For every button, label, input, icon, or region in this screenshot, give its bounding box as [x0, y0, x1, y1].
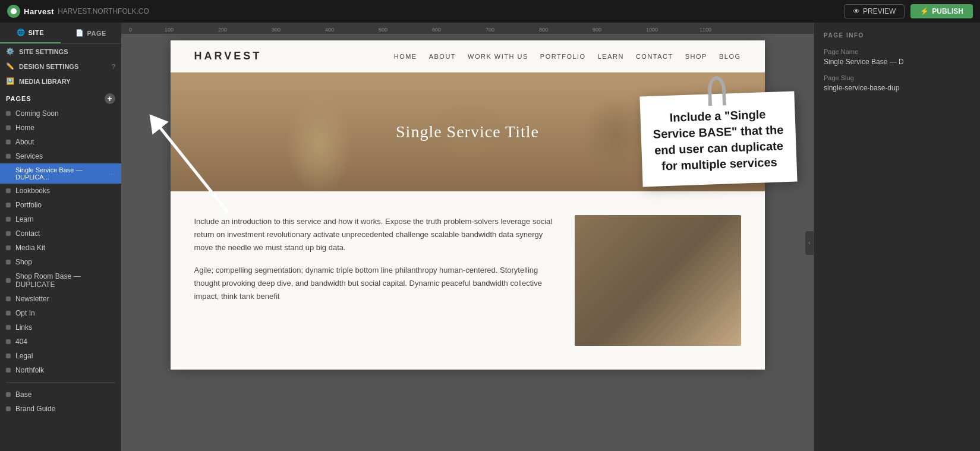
page-dot: [6, 339, 11, 344]
page-item-newsletter[interactable]: Newsletter: [0, 292, 121, 306]
main-layout: 🌐 SITE 📄 PAGE ⚙️ SITE SETTINGS ✏️ DESIGN…: [0, 23, 980, 451]
ruler-mark: 100: [163, 27, 216, 33]
ruler: 0 100 200 300 400 500 600 700 800 900 10…: [121, 23, 814, 34]
sidebar-tabs: 🌐 SITE 📄 PAGE: [0, 23, 121, 44]
topbar: Harvest HARVEST.NORTHFOLK.CO 👁 PREVIEW ⚡…: [0, 0, 980, 23]
page-dot: [6, 392, 11, 397]
pencil-icon: ✏️: [6, 62, 14, 70]
ruler-mark: 300: [270, 27, 323, 33]
page-dot: [6, 311, 11, 316]
tab-page[interactable]: 📄 PAGE: [61, 23, 121, 43]
more-options-icon[interactable]: ···: [108, 169, 115, 178]
nav-learn[interactable]: LEARN: [598, 53, 624, 60]
ruler-mark: 500: [377, 27, 430, 33]
site-logo: HARVEST: [194, 50, 262, 62]
page-dot: [6, 188, 11, 193]
page-dot: [6, 203, 11, 207]
ruler-mark: 900: [591, 27, 644, 33]
panel-value-page-name: Single Service Base — D: [824, 58, 970, 66]
image-icon: 🖼️: [6, 77, 14, 85]
page-dot: [6, 171, 11, 176]
page-dot: [6, 297, 11, 301]
sidebar-item-design-settings[interactable]: ✏️ DESIGN SETTINGS ?: [0, 59, 121, 74]
page-item-shop[interactable]: Shop: [0, 255, 121, 269]
page-dot: [6, 245, 11, 250]
collapse-sidebar-button[interactable]: ‹: [805, 231, 814, 255]
page-item-northfolk[interactable]: Northfolk: [0, 363, 121, 377]
help-icon: ?: [112, 63, 115, 70]
site-navbar: HARVEST HOME ABOUT WORK WITH US PORTFOLI…: [171, 40, 765, 72]
page-item-lookbooks[interactable]: Lookbooks: [0, 184, 121, 198]
sidebar-footer-base[interactable]: Base: [0, 387, 121, 402]
ruler-mark: 0: [127, 27, 163, 33]
ruler-mark: 200: [216, 27, 270, 33]
page-item-404[interactable]: 404: [0, 335, 121, 349]
nav-home[interactable]: HOME: [394, 53, 417, 60]
nav-work-with-us[interactable]: WORK WITH US: [468, 53, 528, 60]
harvest-logo-icon: [7, 5, 20, 18]
hero-title: Single Service Title: [396, 122, 539, 141]
content-paragraph-2: Agile; compelling segmentation; dynamic …: [194, 264, 557, 303]
sidebar-divider: [6, 382, 115, 383]
ruler-mark: 1100: [698, 27, 751, 33]
page-dot: [6, 260, 11, 264]
gear-icon: ⚙️: [6, 48, 14, 55]
page-icon: 📄: [75, 29, 84, 37]
panel-label-page-name: Page Name: [824, 48, 970, 55]
page-item-legal[interactable]: Legal: [0, 349, 121, 363]
page-item-single-service-base[interactable]: Single Service Base — DUPLICA... ···: [0, 163, 121, 184]
sticky-note-text: Include a "Single Service BASE" that the…: [652, 106, 785, 175]
harvest-logo: Harvest HARVEST.NORTHFOLK.CO: [7, 5, 149, 18]
tab-site[interactable]: 🌐 SITE: [0, 23, 61, 43]
page-item-links[interactable]: Links: [0, 320, 121, 335]
page-dot: [6, 111, 11, 116]
page-dot: [6, 154, 11, 159]
nav-about[interactable]: ABOUT: [429, 53, 456, 60]
nav-blog[interactable]: BLOG: [719, 53, 741, 60]
page-dot: [6, 140, 11, 144]
ruler-mark: 800: [537, 27, 591, 33]
site-nav: HOME ABOUT WORK WITH US PORTFOLIO LEARN …: [394, 53, 741, 60]
bolt-icon: ⚡: [920, 7, 929, 15]
panel-field-page-slug: Page Slug single-service-base-dup: [824, 74, 970, 92]
page-item-coming-soon[interactable]: Coming Soon: [0, 106, 121, 121]
page-item-learn[interactable]: Learn: [0, 212, 121, 226]
preview-button[interactable]: 👁 PREVIEW: [844, 4, 905, 18]
eye-icon: 👁: [853, 7, 860, 15]
ruler-mark: 700: [484, 27, 537, 33]
page-item-portfolio[interactable]: Portfolio: [0, 198, 121, 212]
panel-label-page-slug: Page Slug: [824, 74, 970, 81]
content-text: Include an introduction to this service …: [194, 215, 557, 346]
add-page-button[interactable]: +: [105, 93, 115, 104]
page-dot: [6, 278, 11, 283]
publish-button[interactable]: ⚡ PUBLISH: [910, 4, 973, 18]
website-frame: HARVEST HOME ABOUT WORK WITH US PORTFOLI…: [171, 40, 765, 370]
page-item-home[interactable]: Home: [0, 121, 121, 135]
ruler-mark: 1000: [644, 27, 698, 33]
page-item-contact[interactable]: Contact: [0, 226, 121, 241]
page-dot: [6, 231, 11, 236]
right-panel: PAGE INFO Page Name Single Service Base …: [814, 23, 980, 451]
app-name: Harvest: [24, 7, 54, 16]
canvas-scroll: HARVEST HOME ABOUT WORK WITH US PORTFOLI…: [121, 34, 814, 451]
sidebar: 🌐 SITE 📄 PAGE ⚙️ SITE SETTINGS ✏️ DESIGN…: [0, 23, 121, 451]
page-item-media-kit[interactable]: Media Kit: [0, 241, 121, 255]
nav-shop[interactable]: SHOP: [685, 53, 707, 60]
page-item-shop-room-base[interactable]: Shop Room Base — DUPLICATE: [0, 269, 121, 292]
canvas-area: 0 100 200 300 400 500 600 700 800 900 10…: [121, 23, 814, 451]
page-item-opt-in[interactable]: Opt In: [0, 306, 121, 320]
site-content: Include an introduction to this service …: [171, 191, 765, 370]
page-dot: [6, 125, 11, 130]
nav-portfolio[interactable]: PORTFOLIO: [540, 53, 586, 60]
page-dot: [6, 368, 11, 373]
sidebar-footer-brand-guide[interactable]: Brand Guide: [0, 402, 121, 416]
page-dot: [6, 354, 11, 358]
sidebar-item-media-library[interactable]: 🖼️ MEDIA LIBRARY: [0, 74, 121, 89]
ruler-mark: 400: [323, 27, 377, 33]
page-item-services[interactable]: Services: [0, 149, 121, 163]
sidebar-item-site-settings[interactable]: ⚙️ SITE SETTINGS: [0, 44, 121, 59]
page-dot: [6, 406, 11, 411]
nav-contact[interactable]: CONTACT: [636, 53, 673, 60]
topbar-left: Harvest HARVEST.NORTHFOLK.CO: [7, 5, 149, 18]
page-item-about[interactable]: About: [0, 135, 121, 149]
